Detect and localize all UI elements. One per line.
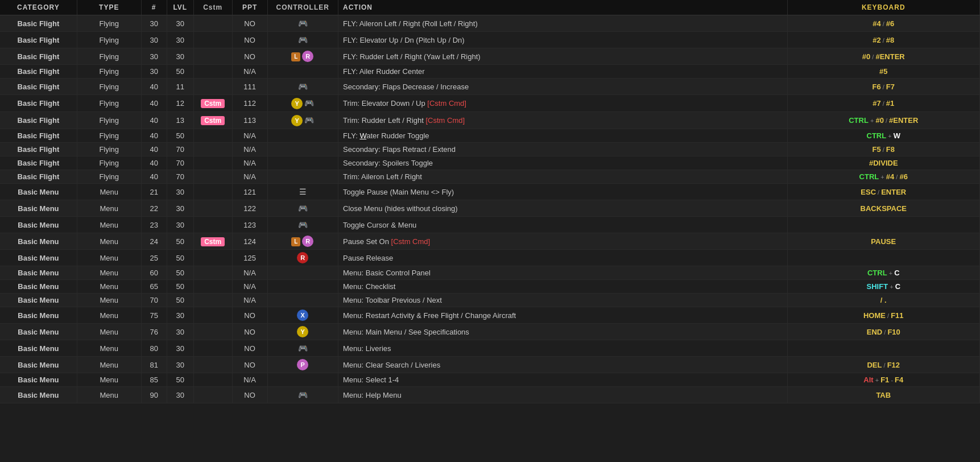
cell-controller: ☰ bbox=[267, 184, 338, 200]
cell-category: Basic Flight bbox=[0, 143, 77, 156]
cell-lvl: 30 bbox=[167, 200, 193, 217]
cell-lvl: 50 bbox=[167, 129, 193, 143]
table-row: Basic Menu Menu 85 50 N/A Menu: Select 1… bbox=[0, 373, 980, 387]
cell-keyboard: #5 bbox=[787, 65, 979, 79]
cell-action: FLY: Ailer Rudder Center bbox=[338, 65, 788, 79]
cell-keyboard: SHIFT + C bbox=[787, 280, 979, 294]
cell-ppt: N/A bbox=[232, 294, 267, 307]
cell-controller bbox=[267, 143, 338, 156]
cell-ppt: 112 bbox=[232, 95, 267, 112]
l-trigger-icon: L bbox=[291, 237, 300, 246]
cell-keyboard: CTRL + W bbox=[787, 129, 979, 143]
cell-category: Basic Menu bbox=[0, 357, 77, 373]
action-text: FLY: Water Rudder Toggle bbox=[343, 131, 429, 140]
yellow-button-icon: Y bbox=[297, 326, 308, 337]
cstm-cmd-text: [Cstm Cmd] bbox=[391, 237, 431, 246]
cell-cstm bbox=[193, 129, 232, 143]
cell-cstm bbox=[193, 250, 232, 266]
key-label: PAUSE bbox=[871, 237, 896, 246]
cell-cstm bbox=[193, 217, 232, 233]
cell-type: Menu bbox=[77, 387, 141, 403]
cell-action: Secondary: Flaps Decrease / Increase bbox=[338, 79, 788, 95]
cell-num: 23 bbox=[141, 217, 167, 233]
cell-category: Basic Flight bbox=[0, 112, 77, 129]
cell-ppt: NO bbox=[232, 357, 267, 373]
cell-keyboard: #0 / #ENTER bbox=[787, 48, 979, 65]
cell-controller: R bbox=[267, 250, 338, 266]
key-label: / bbox=[881, 20, 886, 27]
cell-num: 24 bbox=[141, 233, 167, 250]
key-label: #ENTER bbox=[875, 52, 904, 61]
action-text: Trim: Rudder Left / Right bbox=[343, 116, 425, 125]
cell-type: Flying bbox=[77, 143, 141, 156]
cell-category: Basic Menu bbox=[0, 280, 77, 294]
key-label: / bbox=[881, 84, 886, 90]
cell-action: FLY: Water Rudder Toggle bbox=[338, 129, 788, 143]
cell-num: 30 bbox=[141, 48, 167, 65]
cstm-badge: Cstm bbox=[201, 237, 225, 246]
cell-category: Basic Flight bbox=[0, 156, 77, 170]
cell-lvl: 13 bbox=[167, 112, 193, 129]
cell-keyboard: CTRL + C bbox=[787, 266, 979, 280]
gamepad-icon: 🎮 bbox=[297, 81, 308, 92]
cell-keyboard: #7 / #1 bbox=[787, 95, 979, 112]
header-ppt: PPT bbox=[232, 0, 267, 15]
table-row: Basic Menu Menu 90 30 NO 🎮 Menu: Help Me… bbox=[0, 387, 980, 403]
cell-action: Menu: Restart Activity & Free Flight / C… bbox=[338, 307, 788, 324]
cell-cstm bbox=[193, 266, 232, 280]
action-text: FLY: Elevator Up / Dn (Pitch Up / Dn) bbox=[343, 36, 465, 44]
cell-cstm: Cstm bbox=[193, 95, 232, 112]
key-label: CTRL bbox=[867, 269, 887, 277]
cell-cstm bbox=[193, 48, 232, 65]
key-label: Alt bbox=[863, 376, 873, 384]
key-label: / bbox=[881, 146, 886, 153]
key-label: CTRL bbox=[849, 116, 869, 125]
key-label: / bbox=[884, 117, 889, 124]
cell-controller: 🎮 bbox=[267, 387, 338, 403]
table-row: Basic Menu Menu 65 50 N/A Menu: Checklis… bbox=[0, 280, 980, 294]
cell-action: Toggle Cursor & Menu bbox=[338, 217, 788, 233]
cell-category: Basic Flight bbox=[0, 79, 77, 95]
key-label: CTRL bbox=[867, 131, 887, 140]
cell-lvl: 11 bbox=[167, 79, 193, 95]
action-text: Trim: Aileron Left / Right bbox=[343, 172, 422, 181]
header-controller: CONTROLLER bbox=[267, 0, 338, 15]
cell-controller bbox=[267, 373, 338, 387]
cell-cstm bbox=[193, 357, 232, 373]
cell-type: Menu bbox=[77, 324, 141, 340]
cell-num: 40 bbox=[141, 112, 167, 129]
l-trigger-icon: L bbox=[291, 52, 300, 61]
cell-keyboard: PAUSE bbox=[787, 233, 979, 250]
cell-ppt: 122 bbox=[232, 200, 267, 217]
cell-controller: Y🎮 bbox=[267, 95, 338, 112]
key-label: SHIFT bbox=[867, 282, 888, 291]
cell-type: Menu bbox=[77, 294, 141, 307]
cell-cstm bbox=[193, 200, 232, 217]
cell-lvl: 30 bbox=[167, 340, 193, 357]
cell-ppt: N/A bbox=[232, 266, 267, 280]
cstm-cmd-text: [Cstm Cmd] bbox=[425, 116, 465, 125]
key-label: F7 bbox=[886, 82, 895, 91]
cell-controller bbox=[267, 266, 338, 280]
cell-keyboard: #2 / #8 bbox=[787, 32, 979, 48]
header-lvl: LVL bbox=[167, 0, 193, 15]
cell-action: Menu: Basic Control Panel bbox=[338, 266, 788, 280]
cell-cstm bbox=[193, 340, 232, 357]
header-action: ACTION bbox=[338, 0, 788, 15]
key-label: F6 bbox=[873, 82, 881, 91]
cell-action: Menu: Checklist bbox=[338, 280, 788, 294]
cell-keyboard bbox=[787, 217, 979, 233]
cell-num: 80 bbox=[141, 340, 167, 357]
cell-cstm: Cstm bbox=[193, 233, 232, 250]
key-label: #7 bbox=[873, 99, 880, 108]
cell-lvl: 30 bbox=[167, 48, 193, 65]
key-label: HOME bbox=[863, 311, 886, 320]
action-text: Secondary: Flaps Retract / Extend bbox=[343, 145, 456, 154]
header-type: TYPE bbox=[77, 0, 141, 15]
action-text: Menu: Main Menu / See Specifications bbox=[343, 328, 469, 336]
action-text: Menu: Checklist bbox=[343, 282, 395, 291]
cell-controller: 🎮 bbox=[267, 340, 338, 357]
key-label: C bbox=[894, 269, 899, 277]
menu-icon: ☰ bbox=[297, 186, 308, 197]
cell-keyboard: TAB bbox=[787, 387, 979, 403]
